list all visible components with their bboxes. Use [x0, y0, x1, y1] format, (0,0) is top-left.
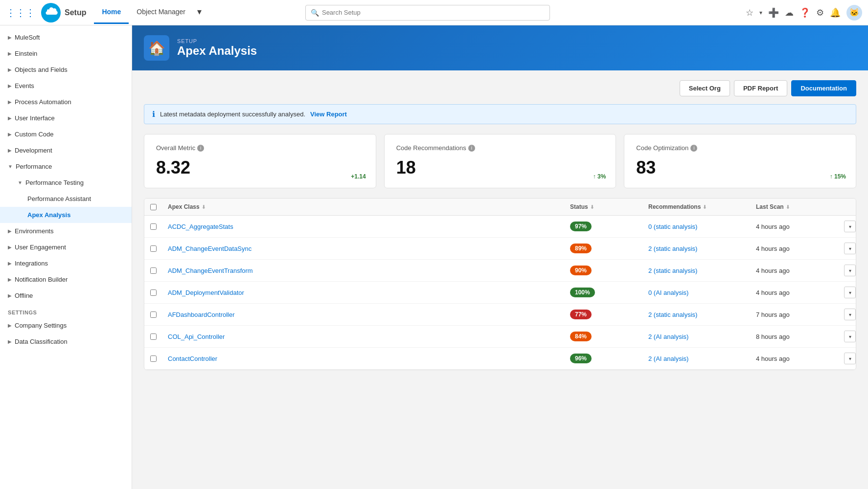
tab-more[interactable]: ▾ — [193, 0, 206, 25]
row-checkbox[interactable] — [150, 311, 157, 318]
row-action-cell[interactable]: ▾ — [838, 282, 856, 303]
apex-class-link[interactable]: ACDC_AggregateStats — [168, 223, 233, 230]
row-dropdown-button[interactable]: ▾ — [844, 331, 856, 342]
pdf-report-button[interactable]: PDF Report — [734, 80, 788, 96]
info-icon[interactable]: i — [197, 145, 204, 152]
sidebar-item-performance-assistant[interactable]: Performance Assistant — [0, 191, 132, 207]
sidebar-item-process-automation[interactable]: ▶ Process Automation — [0, 94, 132, 110]
metric-cards: Overall Metric i 8.32 +1.14 Code Recomme… — [144, 134, 856, 188]
row-checkbox-cell[interactable] — [144, 219, 162, 235]
documentation-button[interactable]: Documentation — [791, 80, 856, 96]
apex-class-link[interactable]: ADM_DeploymentValidator — [168, 289, 244, 296]
help-icon[interactable]: ❓ — [799, 7, 810, 18]
sidebar-item-custom-code[interactable]: ▶ Custom Code — [0, 126, 132, 142]
search-input[interactable] — [322, 9, 545, 16]
row-dropdown-button[interactable]: ▾ — [844, 265, 856, 276]
sort-icon: ⬇ — [590, 204, 594, 210]
sidebar-item-objects-fields[interactable]: ▶ Objects and Fields — [0, 62, 132, 78]
sidebar-item-performance-testing[interactable]: ▼ Performance Testing — [0, 175, 132, 191]
row-dropdown-button[interactable]: ▾ — [844, 353, 856, 364]
sidebar-item-notification-builder[interactable]: ▶ Notification Builder — [0, 271, 132, 288]
trailhead-icon[interactable]: ☁ — [785, 7, 794, 18]
sidebar-item-offline[interactable]: ▶ Offline — [0, 288, 132, 304]
recommendations-link[interactable]: 2 (AI analysis) — [648, 355, 688, 362]
sidebar-item-user-engagement[interactable]: ▶ User Engagement — [0, 239, 132, 255]
sidebar-item-events[interactable]: ▶ Events — [0, 78, 132, 94]
sidebar-item-data-classification[interactable]: ▶ Data Classification — [0, 333, 132, 350]
row-action-cell[interactable]: ▾ — [838, 238, 856, 259]
row-checkbox-cell[interactable] — [144, 329, 162, 345]
recommendations-link[interactable]: 0 (AI analysis) — [648, 289, 688, 296]
row-checkbox-cell[interactable] — [144, 307, 162, 323]
sidebar-item-einstein[interactable]: ▶ Einstein — [0, 45, 132, 62]
th-last-scan[interactable]: Last Scan ⬇ — [750, 199, 838, 215]
select-org-button[interactable]: Select Org — [680, 80, 730, 96]
row-checkbox-cell[interactable] — [144, 351, 162, 367]
recommendations-link[interactable]: 0 (static analysis) — [648, 223, 697, 230]
row-checkbox[interactable] — [150, 267, 157, 274]
sidebar-item-development[interactable]: ▶ Development — [0, 142, 132, 158]
row-checkbox-cell[interactable] — [144, 241, 162, 257]
apex-class-link[interactable]: COL_Api_Controller — [168, 333, 225, 340]
apex-class-link[interactable]: ADM_ChangeEventTransform — [168, 267, 253, 274]
sidebar-item-user-interface[interactable]: ▶ User Interface — [0, 110, 132, 126]
notifications-icon[interactable]: 🔔 — [830, 7, 841, 18]
metric-label: Code Recommendations i — [396, 144, 604, 152]
row-action-cell[interactable]: ▾ — [838, 304, 856, 325]
status-cell: 84% — [564, 327, 642, 346]
sidebar-item-apex-analysis[interactable]: Apex Analysis — [0, 207, 132, 223]
page-header-text: SETUP Apex Analysis — [177, 38, 257, 58]
recommendations-cell: 2 (static analysis) — [642, 306, 750, 323]
select-all-checkbox[interactable] — [150, 204, 157, 210]
row-action-cell[interactable]: ▾ — [838, 326, 856, 347]
avatar[interactable]: 🐱 — [846, 5, 862, 21]
row-dropdown-button[interactable]: ▾ — [844, 221, 856, 232]
recommendations-link[interactable]: 2 (AI analysis) — [648, 333, 688, 340]
info-icon[interactable]: i — [468, 145, 475, 152]
row-action-cell[interactable]: ▾ — [838, 260, 856, 281]
row-checkbox-cell[interactable] — [144, 263, 162, 279]
favorites-dropdown-icon[interactable]: ▾ — [759, 9, 762, 16]
favorites-icon[interactable]: ☆ — [746, 7, 754, 18]
row-checkbox[interactable] — [150, 223, 157, 230]
sidebar-item-environments[interactable]: ▶ Environments — [0, 223, 132, 239]
row-checkbox[interactable] — [150, 289, 157, 296]
search-bar[interactable]: 🔍 — [305, 5, 550, 21]
tab-home[interactable]: Home — [94, 1, 129, 24]
recommendations-link[interactable]: 2 (static analysis) — [648, 245, 697, 252]
table-row: COL_Api_Controller 84% 2 (AI analysis) 8… — [144, 326, 856, 348]
row-dropdown-button[interactable]: ▾ — [844, 309, 856, 320]
th-select-all[interactable] — [144, 199, 162, 215]
sidebar-item-integrations[interactable]: ▶ Integrations — [0, 255, 132, 271]
metric-value: 83 — [636, 157, 844, 178]
info-icon[interactable]: i — [690, 145, 697, 152]
sidebar-item-mulesoft[interactable]: ▶ MuleSoft — [0, 29, 132, 45]
row-dropdown-button[interactable]: ▾ — [844, 243, 856, 254]
row-checkbox[interactable] — [150, 333, 157, 340]
tab-object-manager[interactable]: Object Manager — [129, 1, 193, 24]
apex-class-link[interactable]: ADM_ChangeEventDataSync — [168, 245, 251, 252]
sidebar-item-performance[interactable]: ▼ Performance — [0, 158, 132, 175]
view-report-link[interactable]: View Report — [310, 111, 347, 118]
row-checkbox-cell[interactable] — [144, 285, 162, 301]
chevron-right-icon: ▶ — [8, 339, 12, 344]
row-checkbox[interactable] — [150, 245, 157, 252]
apex-class-link[interactable]: AFDashboardController — [168, 311, 235, 318]
th-apex-class[interactable]: Apex Class ⬇ — [162, 199, 564, 215]
th-recommendations[interactable]: Recommendations ⬇ — [642, 199, 750, 215]
row-action-cell[interactable]: ▾ — [838, 216, 856, 237]
settings-icon[interactable]: ⚙ — [816, 7, 824, 18]
th-status[interactable]: Status ⬇ — [564, 199, 642, 215]
sidebar-item-label: User Engagement — [15, 244, 66, 251]
row-action-cell[interactable]: ▾ — [838, 348, 856, 369]
apex-class-link[interactable]: ContactController — [168, 355, 217, 362]
row-checkbox[interactable] — [150, 356, 157, 362]
recommendations-link[interactable]: 2 (static analysis) — [648, 311, 697, 318]
metric-change: ↑ 15% — [830, 173, 846, 180]
row-dropdown-button[interactable]: ▾ — [844, 287, 856, 298]
sidebar-item-label: Process Automation — [15, 98, 71, 106]
recommendations-link[interactable]: 2 (static analysis) — [648, 267, 697, 274]
add-icon[interactable]: ➕ — [768, 7, 779, 18]
sidebar-item-company-settings[interactable]: ▶ Company Settings — [0, 317, 132, 333]
app-launcher-icon[interactable]: ⋮⋮⋮ — [6, 7, 35, 19]
